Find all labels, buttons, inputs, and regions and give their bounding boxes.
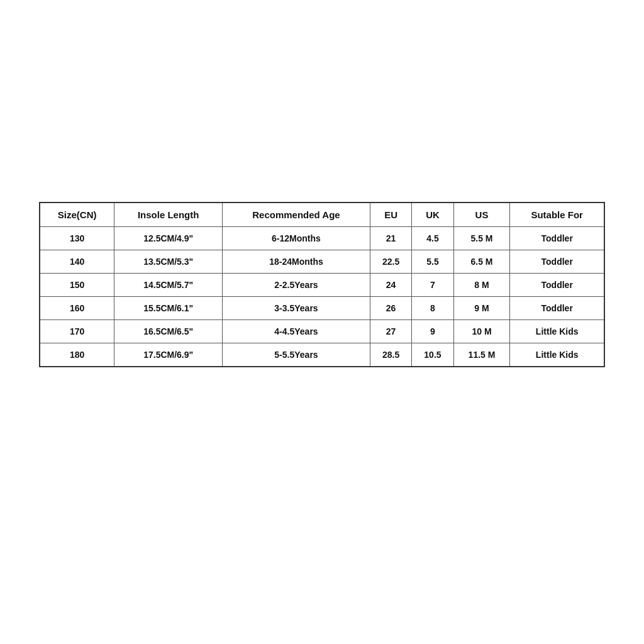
table-cell-1-6: Toddler — [510, 250, 604, 273]
table-cell-1-3: 22.5 — [370, 250, 411, 273]
column-header-0: Size(CN) — [40, 203, 114, 227]
table-row: 17016.5CM/6.5"4-4.5Years27910 MLittle Ki… — [40, 319, 604, 343]
table-cell-0-2: 6-12Months — [223, 226, 370, 250]
size-chart-table: Size(CN)Insole LengthRecommended AgeEUUK… — [39, 202, 605, 367]
table-row: 18017.5CM/6.9"5-5.5Years28.510.511.5 MLi… — [40, 343, 604, 367]
table-cell-3-5: 9 M — [453, 296, 510, 319]
table-cell-0-3: 21 — [370, 226, 411, 250]
table-cell-3-3: 26 — [370, 296, 411, 319]
table-row: 16015.5CM/6.1"3-3.5Years2689 MToddler — [40, 296, 604, 319]
table-cell-3-6: Toddler — [510, 296, 604, 319]
table-cell-0-0: 130 — [40, 226, 114, 250]
table-cell-4-1: 16.5CM/6.5" — [114, 319, 223, 343]
table-cell-5-5: 11.5 M — [453, 343, 510, 367]
column-header-1: Insole Length — [114, 203, 223, 227]
table-cell-5-1: 17.5CM/6.9" — [114, 343, 223, 367]
table-cell-4-3: 27 — [370, 319, 411, 343]
table-cell-3-2: 3-3.5Years — [223, 296, 370, 319]
table-cell-2-2: 2-2.5Years — [223, 273, 370, 296]
table-cell-1-2: 18-24Months — [223, 250, 370, 273]
table-cell-5-2: 5-5.5Years — [223, 343, 370, 367]
table-row: 13012.5CM/4.9"6-12Months214.55.5 MToddle… — [40, 226, 604, 250]
table-cell-3-0: 160 — [40, 296, 114, 319]
table-cell-5-3: 28.5 — [370, 343, 411, 367]
column-header-6: Sutable For — [510, 203, 604, 227]
table-cell-3-4: 8 — [412, 296, 453, 319]
table-cell-2-0: 150 — [40, 273, 114, 296]
table-cell-0-6: Toddler — [510, 226, 604, 250]
column-header-4: UK — [412, 203, 453, 227]
table-cell-4-6: Little Kids — [510, 319, 604, 343]
table-cell-1-4: 5.5 — [412, 250, 453, 273]
table-cell-2-5: 8 M — [453, 273, 510, 296]
size-chart-container: Size(CN)Insole LengthRecommended AgeEUUK… — [39, 202, 605, 367]
table-row: 15014.5CM/5.7"2-2.5Years2478 MToddler — [40, 273, 604, 296]
table-cell-4-4: 9 — [412, 319, 453, 343]
table-cell-4-2: 4-4.5Years — [223, 319, 370, 343]
table-cell-4-5: 10 M — [453, 319, 510, 343]
table-cell-1-1: 13.5CM/5.3" — [114, 250, 223, 273]
table-cell-0-1: 12.5CM/4.9" — [114, 226, 223, 250]
table-cell-2-4: 7 — [412, 273, 453, 296]
table-cell-3-1: 15.5CM/6.1" — [114, 296, 223, 319]
table-cell-2-3: 24 — [370, 273, 411, 296]
table-cell-0-4: 4.5 — [412, 226, 453, 250]
table-cell-2-1: 14.5CM/5.7" — [114, 273, 223, 296]
column-header-5: US — [453, 203, 510, 227]
table-cell-4-0: 170 — [40, 319, 114, 343]
table-cell-1-0: 140 — [40, 250, 114, 273]
column-header-3: EU — [370, 203, 411, 227]
table-cell-1-5: 6.5 M — [453, 250, 510, 273]
table-cell-5-6: Little Kids — [510, 343, 604, 367]
table-cell-0-5: 5.5 M — [453, 226, 510, 250]
table-cell-5-0: 180 — [40, 343, 114, 367]
column-header-2: Recommended Age — [223, 203, 370, 227]
table-header-row: Size(CN)Insole LengthRecommended AgeEUUK… — [40, 203, 604, 227]
table-cell-2-6: Toddler — [510, 273, 604, 296]
table-cell-5-4: 10.5 — [412, 343, 453, 367]
table-row: 14013.5CM/5.3"18-24Months22.55.56.5 MTod… — [40, 250, 604, 273]
